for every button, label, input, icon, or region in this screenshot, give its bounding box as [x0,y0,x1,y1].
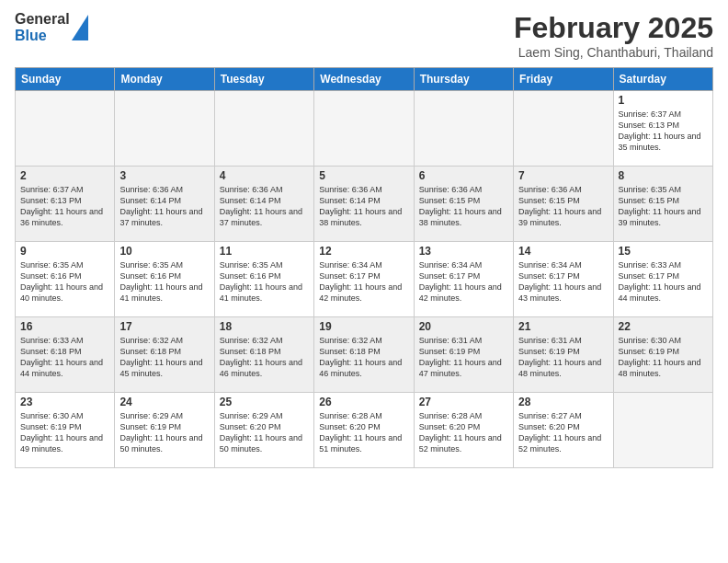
day-info: Sunrise: 6:32 AM Sunset: 6:18 PM Dayligh… [119,335,209,380]
day-number: 2 [20,169,109,182]
table-row: 23Sunrise: 6:30 AM Sunset: 6:19 PM Dayli… [16,393,115,468]
col-tuesday: Tuesday [214,68,313,91]
table-row [115,91,214,167]
table-row: 18Sunrise: 6:32 AM Sunset: 6:18 PM Dayli… [214,317,313,393]
svg-marker-0 [72,15,88,40]
day-info: Sunrise: 6:36 AM Sunset: 6:14 PM Dayligh… [220,184,309,229]
table-row: 25Sunrise: 6:29 AM Sunset: 6:20 PM Dayli… [214,393,313,468]
calendar-header-row: Sunday Monday Tuesday Wednesday Thursday… [16,68,713,91]
day-number: 27 [419,396,508,408]
day-info: Sunrise: 6:37 AM Sunset: 6:13 PM Dayligh… [619,109,708,154]
table-row: 11Sunrise: 6:35 AM Sunset: 6:16 PM Dayli… [214,242,313,317]
table-row: 16Sunrise: 6:33 AM Sunset: 6:18 PM Dayli… [16,317,115,393]
table-row: 5Sunrise: 6:36 AM Sunset: 6:14 PM Daylig… [314,167,414,242]
day-number: 16 [20,320,109,333]
day-info: Sunrise: 6:36 AM Sunset: 6:14 PM Dayligh… [119,184,209,229]
day-info: Sunrise: 6:34 AM Sunset: 6:17 PM Dayligh… [319,259,408,304]
day-number: 8 [619,169,708,182]
table-row [16,91,115,167]
day-number: 19 [319,320,408,333]
day-number: 23 [20,396,109,408]
calendar-table: Sunday Monday Tuesday Wednesday Thursday… [15,67,713,468]
title-block: February 2025 Laem Sing, Chanthaburi, Th… [514,11,713,60]
table-row: 19Sunrise: 6:32 AM Sunset: 6:18 PM Dayli… [314,317,414,393]
table-row: 9Sunrise: 6:35 AM Sunset: 6:16 PM Daylig… [16,242,115,317]
day-number: 26 [319,396,408,408]
day-number: 5 [319,169,408,182]
day-info: Sunrise: 6:36 AM Sunset: 6:15 PM Dayligh… [518,184,608,229]
day-info: Sunrise: 6:34 AM Sunset: 6:17 PM Dayligh… [419,259,508,304]
day-info: Sunrise: 6:27 AM Sunset: 6:20 PM Dayligh… [518,410,608,455]
day-info: Sunrise: 6:31 AM Sunset: 6:19 PM Dayligh… [518,335,608,380]
day-number: 21 [518,320,608,333]
day-number: 17 [119,320,209,333]
day-number: 10 [119,245,209,258]
col-monday: Monday [115,68,214,91]
day-number: 24 [119,396,209,408]
day-number: 4 [220,169,309,182]
logo-general: General [15,11,70,28]
day-number: 25 [220,396,309,408]
day-number: 3 [119,169,209,182]
calendar-week-row: 9Sunrise: 6:35 AM Sunset: 6:16 PM Daylig… [16,242,713,317]
logo-blue: Blue [15,28,70,44]
logo: General Blue [15,11,88,43]
calendar-week-row: 23Sunrise: 6:30 AM Sunset: 6:19 PM Dayli… [16,393,713,468]
table-row: 7Sunrise: 6:36 AM Sunset: 6:15 PM Daylig… [514,167,613,242]
day-info: Sunrise: 6:36 AM Sunset: 6:15 PM Dayligh… [419,184,508,229]
col-sunday: Sunday [16,68,115,91]
day-number: 22 [619,320,708,333]
table-row: 8Sunrise: 6:35 AM Sunset: 6:15 PM Daylig… [613,167,712,242]
day-info: Sunrise: 6:32 AM Sunset: 6:18 PM Dayligh… [220,335,309,380]
day-info: Sunrise: 6:35 AM Sunset: 6:16 PM Dayligh… [119,259,209,304]
col-wednesday: Wednesday [314,68,414,91]
table-row: 10Sunrise: 6:35 AM Sunset: 6:16 PM Dayli… [115,242,214,317]
day-info: Sunrise: 6:28 AM Sunset: 6:20 PM Dayligh… [419,410,508,455]
table-row [514,91,613,167]
day-info: Sunrise: 6:30 AM Sunset: 6:19 PM Dayligh… [20,410,109,455]
table-row [414,91,513,167]
day-number: 9 [20,245,109,258]
calendar-week-row: 1Sunrise: 6:37 AM Sunset: 6:13 PM Daylig… [16,91,713,167]
day-info: Sunrise: 6:33 AM Sunset: 6:17 PM Dayligh… [619,259,708,304]
day-info: Sunrise: 6:35 AM Sunset: 6:15 PM Dayligh… [619,184,708,229]
table-row: 2Sunrise: 6:37 AM Sunset: 6:13 PM Daylig… [16,167,115,242]
day-info: Sunrise: 6:35 AM Sunset: 6:16 PM Dayligh… [20,259,109,304]
table-row: 20Sunrise: 6:31 AM Sunset: 6:19 PM Dayli… [414,317,513,393]
day-number: 11 [220,245,309,258]
table-row [613,393,712,468]
day-number: 6 [419,169,508,182]
table-row [314,91,414,167]
day-info: Sunrise: 6:36 AM Sunset: 6:14 PM Dayligh… [319,184,408,229]
day-number: 12 [319,245,408,258]
table-row: 15Sunrise: 6:33 AM Sunset: 6:17 PM Dayli… [613,242,712,317]
day-info: Sunrise: 6:34 AM Sunset: 6:17 PM Dayligh… [518,259,608,304]
table-row: 1Sunrise: 6:37 AM Sunset: 6:13 PM Daylig… [613,91,712,167]
day-number: 1 [619,94,708,107]
table-row: 21Sunrise: 6:31 AM Sunset: 6:19 PM Dayli… [514,317,613,393]
day-info: Sunrise: 6:30 AM Sunset: 6:19 PM Dayligh… [619,335,708,380]
day-number: 20 [419,320,508,333]
table-row: 28Sunrise: 6:27 AM Sunset: 6:20 PM Dayli… [514,393,613,468]
table-row: 12Sunrise: 6:34 AM Sunset: 6:17 PM Dayli… [314,242,414,317]
day-info: Sunrise: 6:32 AM Sunset: 6:18 PM Dayligh… [319,335,408,380]
day-number: 18 [220,320,309,333]
logo-triangle-icon [72,15,88,40]
table-row: 14Sunrise: 6:34 AM Sunset: 6:17 PM Dayli… [514,242,613,317]
col-thursday: Thursday [414,68,513,91]
day-info: Sunrise: 6:37 AM Sunset: 6:13 PM Dayligh… [20,184,109,229]
table-row [214,91,313,167]
table-row: 6Sunrise: 6:36 AM Sunset: 6:15 PM Daylig… [414,167,513,242]
calendar-week-row: 16Sunrise: 6:33 AM Sunset: 6:18 PM Dayli… [16,317,713,393]
table-row: 26Sunrise: 6:28 AM Sunset: 6:20 PM Dayli… [314,393,414,468]
table-row: 3Sunrise: 6:36 AM Sunset: 6:14 PM Daylig… [115,167,214,242]
calendar-title: February 2025 [514,11,713,45]
col-saturday: Saturday [613,68,712,91]
table-row: 27Sunrise: 6:28 AM Sunset: 6:20 PM Dayli… [414,393,513,468]
day-number: 28 [518,396,608,408]
day-info: Sunrise: 6:33 AM Sunset: 6:18 PM Dayligh… [20,335,109,380]
day-info: Sunrise: 6:35 AM Sunset: 6:16 PM Dayligh… [220,259,309,304]
day-info: Sunrise: 6:28 AM Sunset: 6:20 PM Dayligh… [319,410,408,455]
calendar-subtitle: Laem Sing, Chanthaburi, Thailand [514,45,713,60]
table-row: 24Sunrise: 6:29 AM Sunset: 6:19 PM Dayli… [115,393,214,468]
